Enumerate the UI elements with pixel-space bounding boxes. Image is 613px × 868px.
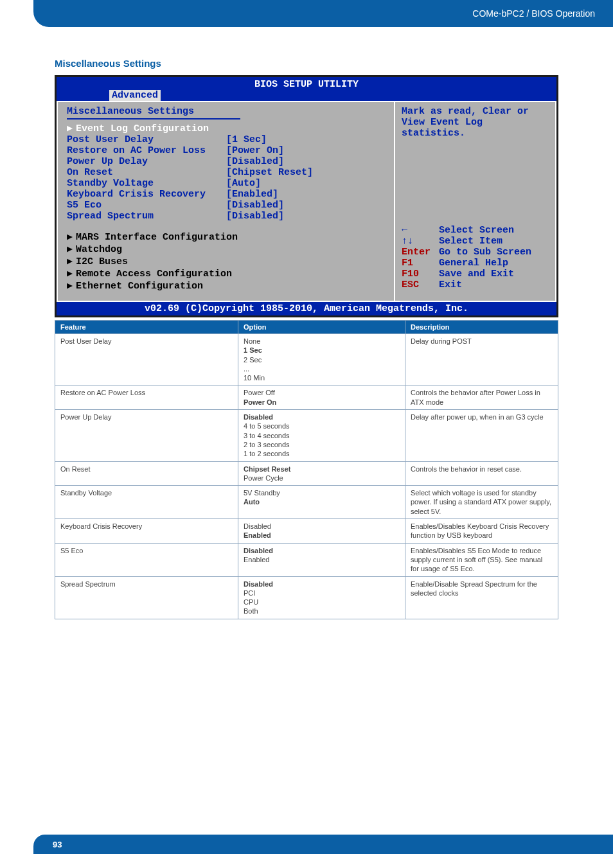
col-feature: Feature bbox=[55, 321, 238, 334]
table-row: Standby Voltage5V StandbyAutoSelect whic… bbox=[55, 486, 558, 519]
option-value: Power On bbox=[244, 398, 400, 407]
cell-option: DisabledPCICPUBoth bbox=[238, 576, 405, 619]
footer-bar: 93 bbox=[33, 835, 613, 854]
option-value: 2 to 3 seconds bbox=[244, 440, 400, 449]
bios-nav-label: Exit bbox=[439, 279, 462, 290]
bios-submenu-item[interactable]: ▶Remote Access Configuration bbox=[67, 267, 385, 279]
bios-setting-value: [Disabled] bbox=[226, 156, 284, 167]
option-value: Disabled bbox=[244, 522, 400, 531]
bios-setting-value: [Auto] bbox=[226, 178, 261, 189]
cell-description: Delay after power up, when in an G3 cycl… bbox=[405, 410, 558, 461]
bios-submenu-item[interactable]: ▶I2C Buses bbox=[67, 255, 385, 267]
cell-description: Controls the behavior after Power Loss i… bbox=[405, 385, 558, 410]
feature-table: Feature Option Description Post User Del… bbox=[55, 320, 558, 619]
cell-feature: Keyboard Crisis Recovery bbox=[55, 519, 238, 544]
bios-setting-row[interactable]: Post User Delay[1 Sec] bbox=[67, 134, 385, 145]
bios-left-panel: Miscellaneous Settings ▶Event Log Config… bbox=[57, 101, 395, 302]
bios-submenu-item[interactable]: ▶MARS Interface Configuration bbox=[67, 231, 385, 243]
option-value: 1 Sec bbox=[244, 346, 400, 355]
bios-nav-row: F10Save and Exit bbox=[402, 269, 549, 279]
option-value: 1 to 2 seconds bbox=[244, 449, 400, 458]
bios-nav-help: ←Select Screen↑↓Select ItemEnterGo to Su… bbox=[402, 225, 549, 290]
cell-option: Power OffPower On bbox=[238, 385, 405, 410]
bios-nav-label: General Help bbox=[439, 258, 508, 269]
table-row: Keyboard Crisis RecoveryDisabledEnabledE… bbox=[55, 519, 558, 544]
bios-setting-row[interactable]: Restore on AC Power Loss[Power On] bbox=[67, 145, 385, 156]
bios-setting-value: [Power On] bbox=[226, 145, 284, 156]
option-value: Disabled bbox=[244, 412, 400, 421]
bios-copyright: v02.69 (C)Copyright 1985-2010, American … bbox=[57, 302, 556, 315]
triangle-right-icon: ▶ bbox=[67, 231, 76, 243]
bios-setting-key: Spread Spectrum bbox=[67, 211, 226, 222]
page-number: 93 bbox=[53, 840, 62, 849]
option-value: Both bbox=[244, 607, 400, 616]
cell-feature: On Reset bbox=[55, 461, 238, 486]
bios-submenu-item[interactable]: ▶Ethernet Configuration bbox=[67, 279, 385, 292]
triangle-right-icon: ▶ bbox=[67, 267, 76, 279]
bios-nav-key: Enter bbox=[402, 247, 439, 258]
bios-setting-key: On Reset bbox=[67, 167, 226, 178]
bios-screen: BIOS SETUP UTILITY Advanced Miscellaneou… bbox=[55, 75, 558, 317]
option-value: Auto bbox=[244, 497, 400, 506]
bios-setting-row[interactable]: Power Up Delay[Disabled] bbox=[67, 156, 385, 167]
bios-nav-row: ↑↓Select Item bbox=[402, 236, 549, 247]
bios-setting-key: S5 Eco bbox=[67, 200, 226, 211]
bios-nav-label: Go to Sub Screen bbox=[439, 247, 531, 258]
cell-option: DisabledEnabled bbox=[238, 519, 405, 544]
bios-nav-row: EnterGo to Sub Screen bbox=[402, 247, 549, 258]
cell-option: Chipset ResetPower Cycle bbox=[238, 461, 405, 486]
bios-panel-title: Miscellaneous Settings bbox=[67, 106, 385, 117]
bios-submenu-item[interactable]: ▶Watchdog bbox=[67, 243, 385, 255]
option-value: 3 to 4 seconds bbox=[244, 431, 400, 440]
cell-feature: Post User Delay bbox=[55, 334, 238, 385]
bios-submenu-event-log[interactable]: ▶Event Log Configuration bbox=[67, 122, 385, 134]
option-value: 10 Min bbox=[244, 373, 400, 382]
cell-description: Enable/Disable Spread Spectrum for the s… bbox=[405, 576, 558, 619]
table-row: S5 EcoDisabledEnabledEnables/Disables S5… bbox=[55, 543, 558, 576]
bios-setting-row[interactable]: S5 Eco[Disabled] bbox=[67, 200, 385, 211]
bios-utility-title: BIOS SETUP UTILITY bbox=[57, 77, 556, 90]
option-value: Power Cycle bbox=[244, 474, 400, 483]
bios-setting-value: [Enabled] bbox=[226, 189, 278, 200]
cell-description: Select which voltage is used for standby… bbox=[405, 486, 558, 519]
table-row: Spread SpectrumDisabledPCICPUBothEnable/… bbox=[55, 576, 558, 619]
option-value: ... bbox=[244, 364, 400, 373]
triangle-right-icon: ▶ bbox=[67, 255, 76, 267]
bios-setting-value: [1 Sec] bbox=[226, 134, 267, 145]
bios-setting-row[interactable]: Spread Spectrum[Disabled] bbox=[67, 211, 385, 222]
bios-nav-key: F1 bbox=[402, 258, 439, 269]
bios-setting-row[interactable]: Standby Voltage[Auto] bbox=[67, 178, 385, 189]
bios-setting-value: [Disabled] bbox=[226, 211, 284, 222]
cell-description: Enables/Disables Keyboard Crisis Recover… bbox=[405, 519, 558, 544]
divider bbox=[67, 118, 240, 120]
option-value: Power Off bbox=[244, 388, 400, 397]
triangle-right-icon: ▶ bbox=[67, 243, 76, 255]
cell-description: Controls the behavior in reset case. bbox=[405, 461, 558, 486]
bios-setting-key: Restore on AC Power Loss bbox=[67, 145, 226, 156]
option-value: 5V Standby bbox=[244, 488, 400, 497]
cell-feature: Standby Voltage bbox=[55, 486, 238, 519]
section-title: Miscellaneous Settings bbox=[55, 58, 558, 69]
bios-nav-key: ↑↓ bbox=[402, 236, 439, 247]
cell-feature: Spread Spectrum bbox=[55, 576, 238, 619]
bios-help-text: Mark as read, Clear or View Event Log st… bbox=[402, 106, 549, 139]
bios-setting-row[interactable]: Keyboard Crisis Recovery[Enabled] bbox=[67, 189, 385, 200]
bios-tab-advanced[interactable]: Advanced bbox=[109, 90, 161, 101]
cell-option: Disabled4 to 5 seconds3 to 4 seconds2 to… bbox=[238, 410, 405, 461]
option-value: 2 Sec bbox=[244, 355, 400, 364]
cell-feature: Restore on AC Power Loss bbox=[55, 385, 238, 410]
table-row: On ResetChipset ResetPower CycleControls… bbox=[55, 461, 558, 486]
option-value: PCI bbox=[244, 589, 400, 598]
cell-description: Delay during POST bbox=[405, 334, 558, 385]
bios-setting-row[interactable]: On Reset[Chipset Reset] bbox=[67, 167, 385, 178]
breadcrumb: COMe-bPC2 / BIOS Operation bbox=[472, 8, 595, 19]
table-row: Restore on AC Power LossPower OffPower O… bbox=[55, 385, 558, 410]
bios-setting-value: [Disabled] bbox=[226, 200, 284, 211]
table-row: Power Up DelayDisabled4 to 5 seconds3 to… bbox=[55, 410, 558, 461]
col-option: Option bbox=[238, 321, 405, 334]
bios-setting-key: Post User Delay bbox=[67, 134, 226, 145]
cell-description: Enables/Disables S5 Eco Mode to reduce s… bbox=[405, 543, 558, 576]
cell-feature: Power Up Delay bbox=[55, 410, 238, 461]
bios-nav-row: ESCExit bbox=[402, 279, 549, 290]
cell-option: DisabledEnabled bbox=[238, 543, 405, 576]
